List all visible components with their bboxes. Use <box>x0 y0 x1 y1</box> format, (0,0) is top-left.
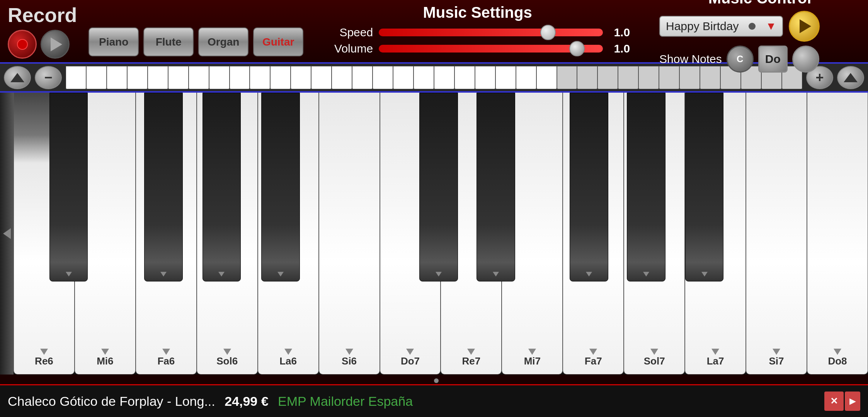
key-marker <box>40 349 48 355</box>
mini-key[interactable] <box>373 66 393 89</box>
nav-minus-button[interactable]: − <box>35 66 62 89</box>
song-dot <box>749 23 756 30</box>
record-buttons <box>8 30 70 59</box>
record-section: Record <box>8 3 77 59</box>
speed-thumb[interactable] <box>540 25 556 40</box>
black-key-Reb6[interactable] <box>49 93 88 281</box>
white-key-Si7[interactable]: Si7 <box>746 93 807 375</box>
organ-button[interactable]: Organ <box>198 27 248 56</box>
mini-key[interactable] <box>168 66 189 89</box>
mini-key[interactable] <box>127 66 148 89</box>
key-label-Do7: Do7 <box>401 355 420 367</box>
dropdown-arrow-icon: ▼ <box>766 20 776 32</box>
black-key-Reb7[interactable] <box>477 93 515 281</box>
bk-marker <box>493 272 499 276</box>
bk-marker <box>218 272 225 276</box>
mini-key[interactable] <box>454 66 475 89</box>
mini-key[interactable] <box>148 66 168 89</box>
mini-key[interactable] <box>352 66 373 89</box>
white-key-Si6[interactable]: Si6 <box>319 93 380 375</box>
left-arrow-up-icon <box>10 73 24 82</box>
key-label-Re7: Re7 <box>462 355 481 367</box>
mini-key[interactable] <box>414 66 434 89</box>
key-label-La6: La6 <box>279 355 297 367</box>
mini-key[interactable] <box>291 66 311 89</box>
key-label-Re6: Re6 <box>35 355 53 367</box>
mini-key[interactable] <box>250 66 270 89</box>
key-marker <box>528 349 536 355</box>
key-label-Si6: Si6 <box>342 355 357 367</box>
mini-key[interactable] <box>189 66 209 89</box>
record-button[interactable] <box>8 30 37 59</box>
piano-area: Re6 Mi6 Fa6 Sol6 La6 Si6 <box>0 93 868 375</box>
key-label-Si7: Si7 <box>769 355 784 367</box>
black-key-Dob7[interactable] <box>419 93 458 281</box>
ad-close-button[interactable]: ✕ <box>824 392 844 411</box>
black-key-Fab6[interactable] <box>144 93 182 281</box>
mini-key[interactable] <box>516 66 536 89</box>
top-bar: Record Piano Flute Organ Guitar Music Se… <box>0 0 868 64</box>
mini-key[interactable] <box>495 66 516 89</box>
mini-key[interactable] <box>536 66 557 89</box>
song-selector[interactable]: Happy Birtday ▼ <box>659 16 783 37</box>
record-icon <box>17 39 28 50</box>
volume-slider[interactable] <box>379 45 603 53</box>
mini-key[interactable] <box>66 66 86 89</box>
mini-key[interactable] <box>230 66 250 89</box>
black-key-Lab6[interactable] <box>261 93 300 281</box>
mini-key[interactable] <box>107 66 127 89</box>
ad-arrow-button[interactable]: ▶ <box>845 392 860 411</box>
mini-key[interactable] <box>638 66 659 89</box>
mini-key[interactable] <box>618 66 638 89</box>
show-notes-row: Show Notes C Do <box>659 46 819 73</box>
mini-key[interactable] <box>557 66 577 89</box>
white-key-Do8[interactable]: Do8 <box>807 93 868 375</box>
key-label-Sol6: Sol6 <box>216 355 238 367</box>
mini-key[interactable] <box>434 66 454 89</box>
flute-button[interactable]: Flute <box>143 27 194 56</box>
notes-c-button[interactable]: C <box>727 46 754 73</box>
bk-marker <box>586 272 592 276</box>
notes-do-button[interactable]: Do <box>758 46 788 73</box>
piano-button[interactable]: Piano <box>89 27 139 56</box>
key-marker <box>467 349 475 355</box>
bk-marker <box>160 272 167 276</box>
black-key-Solb6[interactable] <box>203 93 241 281</box>
bk-marker <box>436 272 442 276</box>
volume-value: 1.0 <box>607 42 630 55</box>
black-key-Fab7[interactable] <box>570 93 608 281</box>
nav-left-arrow-button[interactable] <box>4 66 31 89</box>
key-label-Do8: Do8 <box>828 355 847 367</box>
bk-marker <box>66 272 72 276</box>
song-play-button[interactable] <box>789 11 820 42</box>
mini-key[interactable] <box>270 66 291 89</box>
mini-key[interactable] <box>332 66 352 89</box>
ad-store: EMP Mailorder España <box>278 394 413 409</box>
key-label-Fa7: Fa7 <box>585 355 602 367</box>
mini-key[interactable] <box>311 66 332 89</box>
volume-label: Volume <box>319 42 373 55</box>
notes-do-label: Do <box>765 53 781 66</box>
volume-thumb[interactable] <box>569 41 585 56</box>
scroll-dot <box>434 378 439 383</box>
key-marker <box>223 349 231 355</box>
play-button[interactable] <box>41 30 70 59</box>
mini-key[interactable] <box>393 66 414 89</box>
key-marker <box>345 349 353 355</box>
mini-key[interactable] <box>209 66 230 89</box>
mini-key[interactable] <box>577 66 597 89</box>
mini-key[interactable] <box>475 66 495 89</box>
guitar-button[interactable]: Guitar <box>253 27 303 56</box>
speed-slider[interactable] <box>379 29 603 36</box>
mini-key[interactable] <box>597 66 618 89</box>
mini-key[interactable] <box>86 66 107 89</box>
key-marker <box>284 349 292 355</box>
bk-marker <box>643 272 649 276</box>
black-key-Lab7[interactable] <box>685 93 723 281</box>
bk-marker <box>701 272 708 276</box>
minus-icon: − <box>44 70 52 86</box>
notes-knob[interactable] <box>792 46 819 73</box>
ad-text: Chaleco Gótico de Forplay - Long... 24,9… <box>8 394 824 409</box>
black-key-Solb7[interactable] <box>627 93 665 281</box>
white-keys: Re6 Mi6 Fa6 Sol6 La6 Si6 <box>14 93 868 375</box>
